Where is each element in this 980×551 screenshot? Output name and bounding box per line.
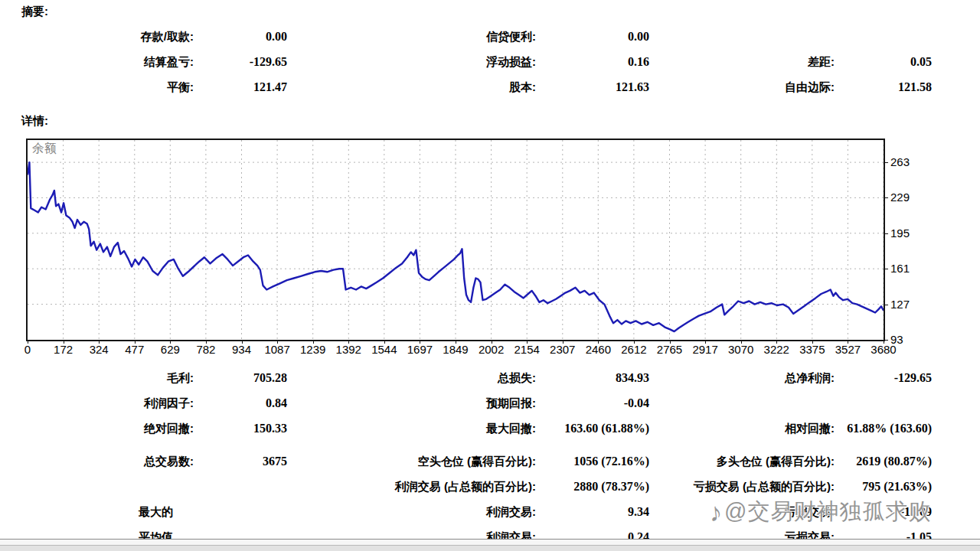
stat-label: 总损失: bbox=[329, 370, 536, 385]
stat-label: 差距: bbox=[628, 54, 835, 69]
x-axis-tick bbox=[64, 341, 64, 344]
stat-label: 绝对回撤: bbox=[15, 421, 194, 435]
x-axis-tick-label: 3680 bbox=[861, 343, 906, 357]
y-axis-tick bbox=[884, 162, 888, 163]
stat-label: 总净利润: bbox=[628, 370, 835, 385]
music-note-icon: ♪ bbox=[707, 497, 724, 528]
x-axis-tick bbox=[634, 341, 635, 344]
stat-value: 0.00 bbox=[541, 29, 649, 44]
stat-label: 最大的 bbox=[139, 504, 230, 519]
stat-value: -0.04 bbox=[541, 396, 649, 410]
x-axis-tick bbox=[776, 341, 777, 344]
x-axis-tick bbox=[848, 341, 848, 344]
stat-label: 结算盈亏: bbox=[15, 54, 194, 69]
stat-label: 利润因子: bbox=[15, 396, 194, 410]
strategy-tester-report: { "summary": { "section_title": "摘要:", "… bbox=[0, 0, 980, 551]
x-axis-tick bbox=[420, 341, 420, 344]
chart-series-label: 余额 bbox=[32, 141, 57, 157]
stat-value: 3675 bbox=[188, 454, 287, 468]
stat-value: 0.00 bbox=[188, 29, 287, 44]
x-axis-tick bbox=[563, 341, 564, 344]
balance-chart-frame: 余额 bbox=[26, 139, 885, 341]
y-axis-tick bbox=[884, 197, 888, 198]
y-axis-tick-label: 161 bbox=[890, 262, 910, 276]
stat-label: 空头仓位 (赢得百分比): bbox=[329, 454, 536, 468]
x-axis-tick bbox=[492, 341, 492, 344]
details-section-title: 详情: bbox=[21, 114, 48, 129]
stat-label: 信贷便利: bbox=[329, 29, 536, 44]
x-axis-tick bbox=[670, 341, 671, 344]
stat-value: 0.84 bbox=[188, 396, 287, 410]
stat-value: 2619 (80.87%) bbox=[836, 454, 932, 468]
x-axis-tick bbox=[206, 341, 207, 344]
x-axis-tick bbox=[456, 341, 456, 344]
stat-label: 自由边际: bbox=[628, 80, 835, 94]
watermark: ♪ @交易财神独孤求败 bbox=[709, 496, 931, 528]
stat-label: 存款/取款: bbox=[15, 29, 194, 44]
horizontal-scrollbar-track[interactable] bbox=[0, 540, 980, 546]
x-axis-tick bbox=[384, 341, 385, 344]
stat-label: 毛利: bbox=[15, 370, 194, 385]
x-axis-tick bbox=[527, 341, 528, 344]
stat-label: 平衡: bbox=[15, 80, 194, 94]
stat-label: 预期回报: bbox=[329, 396, 536, 410]
stat-value: 150.33 bbox=[188, 421, 287, 435]
y-axis-tick-label: 195 bbox=[890, 227, 910, 240]
stat-value: -129.65 bbox=[188, 54, 287, 69]
x-axis-tick bbox=[348, 341, 349, 344]
stat-label: 利润交易: bbox=[329, 504, 536, 519]
window-bottom-edge bbox=[0, 546, 980, 551]
stat-label: 股本: bbox=[329, 80, 536, 94]
x-axis-tick bbox=[242, 341, 243, 344]
x-axis-tick bbox=[277, 341, 278, 344]
y-axis-tick-label: 263 bbox=[890, 155, 910, 169]
x-axis-tick bbox=[741, 341, 742, 344]
balance-chart bbox=[28, 140, 884, 340]
stat-value: 61.88% (163.60) bbox=[836, 421, 932, 435]
y-axis-tick bbox=[884, 269, 888, 269]
x-axis-tick bbox=[99, 341, 100, 344]
stat-value: 121.58 bbox=[836, 80, 932, 94]
stat-value: -129.65 bbox=[836, 370, 932, 385]
y-axis-tick-label: 229 bbox=[890, 191, 910, 204]
x-axis-tick bbox=[812, 341, 813, 344]
x-axis-tick bbox=[598, 341, 599, 344]
y-axis-tick bbox=[884, 305, 888, 305]
x-axis-tick bbox=[884, 341, 884, 344]
stat-label: 浮动损益: bbox=[329, 54, 536, 69]
x-axis-tick bbox=[135, 341, 136, 344]
stat-value: 0.05 bbox=[836, 54, 932, 69]
stat-value: 795 (21.63%) bbox=[836, 479, 932, 494]
x-axis-tick bbox=[705, 341, 706, 344]
x-axis-tick bbox=[170, 341, 171, 344]
stat-label: 总交易数: bbox=[15, 454, 194, 468]
y-axis-tick bbox=[884, 233, 888, 234]
stat-value: 121.47 bbox=[188, 80, 287, 94]
stat-label: 亏损交易 (占总额的百分比): bbox=[628, 479, 835, 494]
stat-label: 利润交易 (占总额的百分比): bbox=[329, 479, 536, 494]
summary-section-title: 摘要: bbox=[21, 5, 48, 19]
stat-value: 705.28 bbox=[188, 370, 287, 385]
x-axis-tick bbox=[313, 341, 314, 344]
x-axis-tick bbox=[28, 341, 28, 344]
watermark-text: @交易财神独孤求败 bbox=[724, 497, 931, 527]
stat-label: 相对回撤: bbox=[628, 421, 835, 435]
stat-label: 最大回撤: bbox=[329, 421, 536, 435]
y-axis-tick-label: 127 bbox=[890, 298, 910, 311]
stat-label: 多头仓位 (赢得百分比): bbox=[628, 454, 835, 468]
